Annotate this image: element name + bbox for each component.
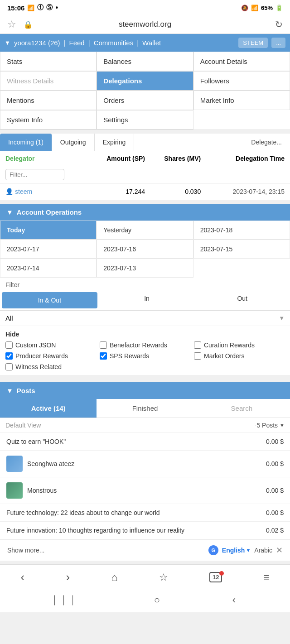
tab-expiring[interactable]: Expiring xyxy=(95,134,135,151)
posts-tabs: Active (14) Finished Search xyxy=(0,399,290,418)
nav-followers[interactable]: Followers xyxy=(193,71,290,91)
checkbox-custom-json[interactable] xyxy=(5,341,13,349)
tab-incoming[interactable]: Incoming (1) xyxy=(0,134,52,151)
nav-forward[interactable]: › xyxy=(66,570,70,584)
delegate-button[interactable]: Delegate... xyxy=(243,134,290,151)
account-header: ▼ yoora1234 (26) | Feed | Communities | … xyxy=(0,34,290,52)
android-recents-icon[interactable]: ‹ xyxy=(232,594,236,606)
hide-market-orders[interactable]: Market Orders xyxy=(194,352,285,360)
delegation-table: Delegator Amount (SP) Shares (MV) Delega… xyxy=(0,151,290,200)
col-amount: Amount (SP) xyxy=(89,155,145,162)
nav-witness-details[interactable]: Witness Details xyxy=(0,71,97,91)
delegation-tabs: Incoming (1) Outgoing Expiring Delegate.… xyxy=(0,134,290,151)
tab-in-out[interactable]: In & Out xyxy=(2,292,97,308)
nav-home[interactable]: ⌂ xyxy=(111,571,118,584)
col-shares: Shares (MV) xyxy=(145,155,201,162)
translate-other[interactable]: Arabic xyxy=(254,547,272,554)
status-bar: 15:06 📶 ⓕ Ⓢ • 🔕 📶 65% 🔋 xyxy=(0,0,290,15)
hide-section: Hide Custom JSON Benefactor Rewards Cura… xyxy=(0,326,290,375)
feed-link[interactable]: Feed xyxy=(69,39,85,47)
post-thumb-2 xyxy=(6,456,23,472)
checkbox-market-orders[interactable] xyxy=(194,352,201,360)
tab-active[interactable]: Active (14) xyxy=(0,399,97,418)
nav-balances[interactable]: Balances xyxy=(97,52,193,71)
post-title-3: Monstrous xyxy=(27,487,261,494)
translate-close-icon[interactable]: ✕ xyxy=(276,545,283,555)
nav-mentions[interactable]: Mentions xyxy=(0,91,97,110)
tab-search[interactable]: Search xyxy=(193,399,290,418)
tab-finished[interactable]: Finished xyxy=(97,399,193,418)
posts-controls: Default View · 5 Posts ▼ xyxy=(0,418,290,433)
post-title-5: Future innovation: 10 thoughts regarding… xyxy=(6,527,261,534)
nav-menu[interactable]: ≡ xyxy=(264,572,270,583)
ops-title: Account Operations xyxy=(17,208,82,216)
delegation-shares: 0.030 xyxy=(145,188,201,195)
hide-producer-rewards[interactable]: Producer Rewards xyxy=(5,352,96,360)
posts-arrow[interactable]: ▼ xyxy=(6,387,13,394)
post-item-2[interactable]: Seonghwa ateez 0.00 $ xyxy=(0,451,290,477)
chevron-count-icon[interactable]: ▼ xyxy=(280,423,285,428)
sep1: | xyxy=(64,39,66,47)
nav-market-info[interactable]: Market Info xyxy=(193,91,290,110)
posts-title: Posts xyxy=(17,387,35,394)
checkbox-curation-rewards[interactable] xyxy=(194,341,201,349)
star-icon[interactable]: ☆ xyxy=(7,19,16,30)
checkbox-sps-rewards[interactable] xyxy=(100,352,107,360)
date-2023-07-16[interactable]: 2023-07-16 xyxy=(97,240,193,259)
dropdown-arrow[interactable]: ▼ xyxy=(5,39,10,46)
post-title-4: Future technology: 22 ideas about to cha… xyxy=(6,509,261,516)
nav-tabs[interactable]: 12 xyxy=(209,572,222,582)
nav-delegations[interactable]: Delegations xyxy=(97,71,193,91)
date-2023-07-14[interactable]: 2023-07-14 xyxy=(0,259,97,278)
tab-outgoing[interactable]: Outgoing xyxy=(52,134,95,151)
hide-benefactor-rewards[interactable]: Benefactor Rewards xyxy=(100,341,190,349)
hide-curation-rewards[interactable]: Curation Rewards xyxy=(194,341,285,349)
dot-icon: • xyxy=(55,4,58,12)
date-2023-07-18[interactable]: 2023-07-18 xyxy=(193,221,290,240)
more-button[interactable]: ... xyxy=(271,38,285,48)
nav-system-info[interactable]: System Info xyxy=(0,110,97,130)
delegation-filter[interactable] xyxy=(5,169,64,180)
date-2023-07-13[interactable]: 2023-07-13 xyxy=(97,259,193,278)
post-item-1[interactable]: Quiz to earn "HOOK" 0.00 $ xyxy=(0,433,290,451)
wallet-link[interactable]: Wallet xyxy=(142,39,161,47)
show-more-link[interactable]: Show more... xyxy=(7,547,44,554)
steem-button[interactable]: STEEM xyxy=(238,38,268,48)
nav-account-details[interactable]: Account Details xyxy=(193,52,290,71)
date-today[interactable]: Today xyxy=(0,221,97,240)
hide-sps-rewards[interactable]: SPS Rewards xyxy=(100,352,190,360)
post-value-5: 0.02 $ xyxy=(266,527,284,534)
nav-settings[interactable]: Settings xyxy=(97,110,193,130)
android-home-icon[interactable]: ○ xyxy=(154,594,160,606)
communities-link[interactable]: Communities xyxy=(94,39,134,47)
posts-count: 5 Posts ▼ xyxy=(256,422,285,429)
date-yesterday[interactable]: Yesterday xyxy=(97,221,193,240)
url-display[interactable]: steemworld.org xyxy=(119,20,171,29)
nav-bookmark[interactable]: ☆ xyxy=(159,572,168,583)
date-2023-07-17[interactable]: 2023-07-17 xyxy=(0,240,97,259)
hide-custom-json[interactable]: Custom JSON xyxy=(5,341,96,349)
nav-stats[interactable]: Stats xyxy=(0,52,97,71)
view-select[interactable]: Default View xyxy=(5,422,255,429)
nav-back[interactable]: ‹ xyxy=(21,570,25,584)
post-thumb-3 xyxy=(6,482,23,499)
bottom-nav: ‹ › ⌂ ☆ 12 ≡ xyxy=(0,564,290,588)
hide-witness-related[interactable]: Witness Related xyxy=(5,363,62,370)
tab-out[interactable]: Out xyxy=(194,290,290,310)
ops-arrow[interactable]: ▼ xyxy=(6,208,13,216)
post-item-4[interactable]: Future technology: 22 ideas about to cha… xyxy=(0,504,290,522)
post-item-3[interactable]: Monstrous 0.00 $ xyxy=(0,477,290,504)
date-2023-07-15[interactable]: 2023-07-15 xyxy=(193,240,290,259)
nav-orders[interactable]: Orders xyxy=(97,91,193,110)
android-nav: ⎸⎸⎸ ○ ‹ xyxy=(0,588,290,612)
android-back-icon[interactable]: ⎸⎸⎸ xyxy=(54,594,82,606)
post-item-5[interactable]: Future innovation: 10 thoughts regarding… xyxy=(0,522,290,539)
checkbox-witness-related[interactable] xyxy=(5,363,13,370)
checkbox-producer-rewards[interactable] xyxy=(5,352,13,360)
tab-in[interactable]: In xyxy=(99,290,195,310)
checkbox-benefactor-rewards[interactable] xyxy=(100,341,107,349)
delegator-name[interactable]: steem xyxy=(15,188,32,195)
ops-dates-grid: Today Yesterday 2023-07-18 2023-07-17 20… xyxy=(0,221,290,278)
reload-icon[interactable]: ↻ xyxy=(275,19,283,30)
translate-language[interactable]: English ▼ xyxy=(222,547,251,554)
